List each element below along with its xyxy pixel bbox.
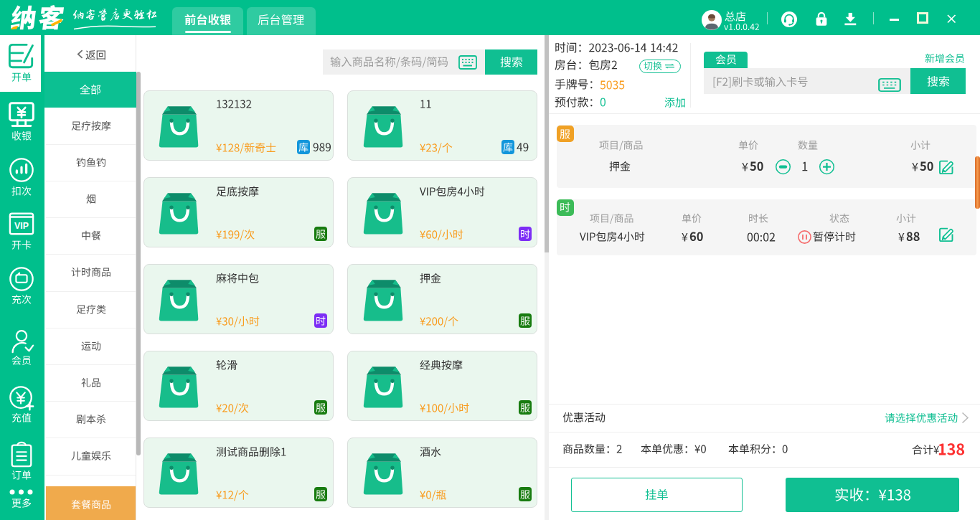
svg-text:VIP: VIP xyxy=(14,221,29,231)
